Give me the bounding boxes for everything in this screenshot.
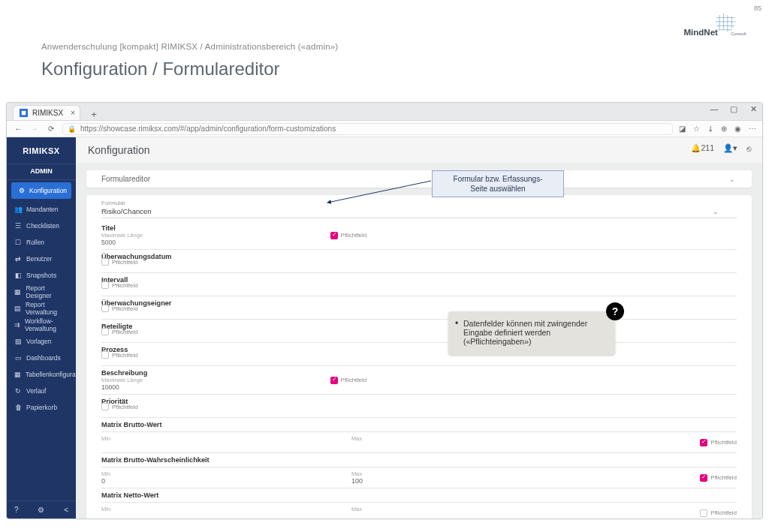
window-maximize-icon[interactable]: ▢	[728, 104, 740, 114]
mandatory-checkbox[interactable]	[101, 403, 109, 410]
mandatory-checkbox[interactable]	[700, 439, 707, 446]
settings-icon[interactable]: ⚙	[38, 506, 44, 514]
sidebar-item-label: Vorlagen	[26, 338, 52, 345]
mandatory-checkbox[interactable]	[330, 377, 338, 384]
mandatory-checkbox[interactable]	[700, 474, 707, 482]
field-name: Beschreibung	[101, 369, 737, 377]
browser-collections-icon[interactable]: ⊕	[721, 125, 727, 133]
panel-selector[interactable]: Formulareditor ⌄	[86, 170, 752, 188]
chevron-down-icon: ⌄	[729, 176, 735, 183]
user-icon[interactable]: 👤▾	[723, 143, 737, 153]
matrix-minmax-row: Min0Max100Pflichtfeld	[101, 467, 737, 488]
sidebar-icon: ▧	[14, 338, 22, 345]
mandatory-checkbox[interactable]	[101, 281, 109, 289]
sidebar-icon: ☰	[14, 222, 22, 230]
field-name: Titel	[101, 224, 737, 232]
sidebar-item-label: Dashboards	[26, 354, 61, 362]
matrix-name: Matrix Brutto-Wahrscheinlichkeit	[101, 456, 737, 464]
max-length-label: Maximale Länge	[101, 232, 737, 239]
mandatory-checkbox[interactable]	[101, 351, 109, 359]
back-icon[interactable]: ←	[13, 125, 23, 133]
sidebar-item-dashboards[interactable]: ▭Dashboards	[7, 350, 76, 366]
sidebar-item-vorlagen[interactable]: ▧Vorlagen	[7, 333, 76, 350]
brand-logo: RIMIKSX	[7, 137, 76, 164]
browser-favorite-icon[interactable]: ☆	[693, 125, 700, 133]
help-icon[interactable]: ?	[14, 506, 19, 514]
slide-title: Konfiguration / Formulareditor	[41, 59, 279, 80]
sidebar-item-verlauf[interactable]: ↻Verlauf	[7, 383, 76, 399]
sidebar-icon: ▭	[14, 354, 22, 362]
sidebar-item-label: Rollen	[26, 239, 44, 246]
max-length-value: 10000	[101, 383, 737, 391]
browser-menu-icon[interactable]: ⋯	[749, 125, 756, 133]
reload-icon[interactable]: ⟳	[46, 125, 56, 133]
form-select[interactable]: Risiko/Chancen ⌄	[101, 206, 737, 218]
matrix-minmax-row: MinMaxPflichtfeld	[101, 432, 737, 453]
sidebar-item-snapshots[interactable]: ◧Snapshots	[7, 267, 76, 284]
svg-text:Consult: Consult	[731, 31, 746, 36]
collapse-icon[interactable]: <	[64, 506, 68, 514]
mandatory-checkbox[interactable]	[101, 258, 109, 266]
max-value[interactable]	[351, 512, 587, 519]
matrix-row-header: Matrix Brutto-Wahrscheinlichkeit	[101, 453, 737, 467]
form-select-value: Risiko/Chancen	[101, 207, 152, 215]
logout-icon[interactable]: ⎋	[746, 144, 752, 153]
mandatory-checkbox[interactable]	[101, 328, 109, 335]
sidebar-icon: 👥	[14, 206, 22, 213]
annotation-callout: Formular bzw. Erfassungs- Seite auswähle…	[432, 170, 564, 197]
mandatory-checkbox[interactable]	[330, 232, 338, 239]
browser-tab[interactable]: RIMIKSX ×	[13, 105, 80, 120]
sidebar-icon: ↻	[14, 387, 22, 395]
admin-label: ADMIN	[7, 164, 76, 180]
sidebar-item-papierkorb[interactable]: 🗑Papierkorb	[7, 399, 76, 416]
sidebar-item-rollen[interactable]: ☐Rollen	[7, 234, 76, 251]
url-input[interactable]: 🔒 https://showcase.rimiksx.com/#/app/adm…	[62, 123, 673, 135]
min-value[interactable]: 0	[101, 477, 336, 485]
sidebar-item-checklisten[interactable]: ☰Checklisten	[7, 218, 76, 234]
close-tab-icon[interactable]: ×	[71, 108, 75, 117]
sidebar-item-report-designer[interactable]: ▦Report Designer	[7, 284, 76, 300]
max-value[interactable]	[351, 442, 587, 449]
min-value[interactable]	[101, 512, 336, 519]
sidebar-icon: ▦	[14, 288, 21, 296]
matrix-name: Matrix Brutto-Wert	[101, 421, 737, 428]
field-row: IntervallPflichtfeld	[101, 273, 737, 296]
max-label: Max	[351, 470, 587, 477]
mandatory-label: Pflichtfeld	[112, 282, 138, 289]
sidebar-item-label: Tabellenkonfiguration	[26, 371, 76, 378]
chevron-down-icon: ⌄	[713, 208, 719, 215]
sidebar-item-label: Report Verwaltung	[26, 301, 70, 316]
forward-icon[interactable]: →	[29, 125, 40, 133]
tab-title: RIMIKSX	[32, 109, 63, 117]
min-label: Min	[101, 506, 336, 512]
new-tab-button[interactable]: +	[88, 109, 100, 120]
sidebar-item-label: Snapshots	[26, 272, 56, 279]
sidebar-item-mandanten[interactable]: 👥Mandanten	[7, 201, 76, 218]
sidebar-item-label: Mandanten	[26, 206, 59, 213]
sidebar-item-benutzer[interactable]: ⇄Benutzer	[7, 251, 76, 267]
window-close-icon[interactable]: ✕	[747, 104, 759, 114]
bell-icon[interactable]: 🔔211	[691, 143, 714, 153]
mandatory-label: Pflichtfeld	[341, 377, 367, 383]
field-row: BeschreibungMaximale Länge10000Pflichtfe…	[101, 366, 737, 395]
sidebar-item-tabellenkonfiguration[interactable]: ▦Tabellenkonfiguration	[7, 366, 76, 383]
max-value[interactable]: 100	[351, 477, 587, 485]
mandatory-checkbox[interactable]	[101, 305, 109, 312]
mandatory-label: Pflichtfeld	[112, 404, 138, 410]
mandatory-label: Pflichtfeld	[710, 439, 737, 446]
sidebar-item-workflow-verwaltung[interactable]: ⇉Workflow-Verwaltung	[7, 317, 76, 333]
field-row: BeteiligtePflichtfeld	[101, 320, 737, 343]
topbar: Konfiguration 🔔211 👤▾ ⎋	[76, 137, 762, 163]
window-minimize-icon[interactable]: —	[708, 104, 720, 114]
browser-profile-icon[interactable]: ◉	[734, 125, 741, 133]
max-length-label: Maximale Länge	[101, 377, 737, 383]
sidebar-item-konfiguration[interactable]: ⚙Konfiguration	[11, 182, 71, 199]
browser-ext-icon[interactable]: ◪	[679, 125, 686, 133]
min-value[interactable]	[101, 442, 336, 449]
mandatory-checkbox[interactable]	[700, 509, 707, 517]
mindnet-logo: MindNet Consult	[683, 14, 755, 41]
browser-sync-icon[interactable]: ⤓	[707, 125, 713, 133]
sidebar-item-report-verwaltung[interactable]: ▤Report Verwaltung	[7, 300, 76, 317]
sidebar-icon: ☐	[14, 239, 22, 246]
max-length-value: 5000	[101, 239, 737, 246]
